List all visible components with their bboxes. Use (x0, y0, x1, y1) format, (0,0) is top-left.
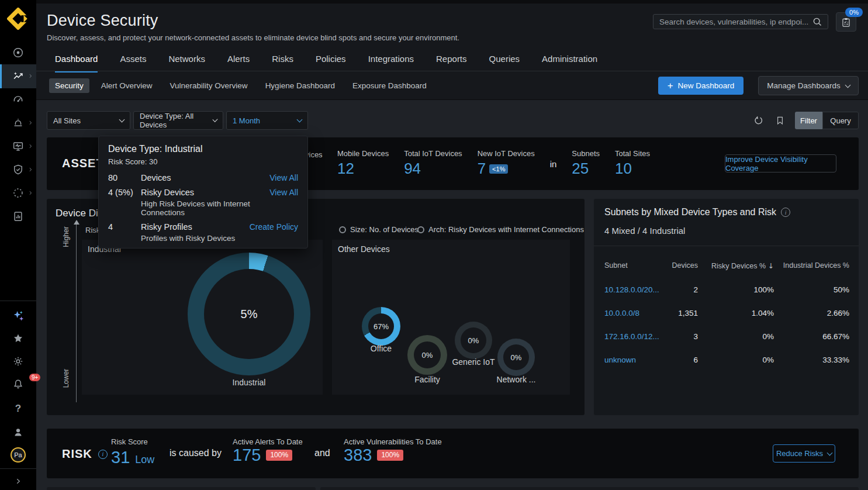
tab-policies[interactable]: Policies (316, 54, 346, 73)
improve-visibility-button[interactable]: Improve Device Visibility Coverage (725, 154, 836, 172)
sidebar-item-user[interactable] (0, 422, 36, 442)
filter-toggle-button[interactable]: Filter (795, 112, 822, 129)
col-subnet: Subnet (604, 261, 663, 270)
sidebar-item-report[interactable] (0, 206, 36, 226)
sidebar-item-gear[interactable] (0, 351, 36, 371)
chevron-down-icon (297, 117, 303, 123)
popup-row-value: 4 (108, 222, 141, 232)
device-distribution-title: Device Di (56, 208, 98, 219)
refresh-button[interactable] (753, 115, 764, 126)
sidebar-item-star[interactable] (0, 329, 36, 348)
notification-badge: 9+ (29, 374, 40, 381)
tab-dashboard[interactable]: Dashboard (55, 54, 98, 73)
sidebar-item-alarm[interactable] (0, 113, 36, 133)
col-risky-sort[interactable]: Risky Devices % ↓ (698, 261, 774, 270)
tab-integrations[interactable]: Integrations (368, 54, 414, 73)
col-devices: Devices (663, 261, 698, 270)
chevron-right-icon (14, 477, 22, 485)
sidebar-item-insights[interactable] (0, 66, 36, 86)
sidebar-item-device-monitor[interactable] (0, 136, 36, 156)
sidebar-collapse-button[interactable] (0, 471, 36, 490)
popup-row-value: 4 (5%) (108, 188, 141, 197)
risk-axis-line (76, 224, 77, 402)
stat-connector: in (550, 149, 557, 169)
search-icon[interactable] (812, 16, 823, 27)
donut-facility[interactable]: 0% (407, 335, 447, 375)
sidebar-item-avatar[interactable]: Pa (0, 445, 36, 465)
subnets-divider (594, 246, 859, 246)
subnet-link[interactable]: 172.16.0.0/12... (604, 332, 663, 341)
donut-network-[interactable]: 0% (497, 339, 535, 376)
coverage-checklist-button[interactable]: 0% (836, 12, 856, 32)
stat-label: Total Sites (615, 149, 650, 158)
manage-dashboards-button[interactable]: Manage Dashboards (758, 76, 859, 95)
and-text: and (314, 448, 330, 458)
stat-total-iot-devices: Total IoT Devices94 (404, 149, 462, 178)
radio-arch-risky[interactable]: Arch: Risky Devices with Internet Connec… (417, 225, 584, 234)
sidebar-item-bell[interactable]: 9+ (0, 374, 36, 394)
subnet-link[interactable]: 10.0.0.0/8 (604, 309, 663, 318)
tab-assets[interactable]: Assets (120, 54, 146, 73)
vulns-value: 383 (344, 446, 372, 465)
donut-value: 0% (468, 336, 479, 345)
risk-info-icon[interactable]: i (98, 450, 108, 459)
search-input[interactable] (658, 17, 812, 27)
tab-risks[interactable]: Risks (272, 54, 293, 73)
tab-reports[interactable]: Reports (436, 54, 467, 73)
subtab-alert-overview[interactable]: Alert Overview (95, 78, 158, 93)
tab-networks[interactable]: Networks (168, 54, 205, 73)
industrial-donut-value: 5% (241, 308, 258, 321)
chevron-right-icon (27, 143, 33, 149)
radio-size-devices[interactable]: Size: No. of Devices (339, 225, 419, 234)
subtab-exposure-dashboard[interactable]: Exposure Dashboard (347, 78, 433, 93)
sidebar-item-gauge[interactable] (0, 89, 36, 109)
reduce-risks-button[interactable]: Reduce Risks (773, 444, 835, 463)
alarm-icon (12, 116, 25, 129)
popup-action-create-policy[interactable]: Create Policy (250, 222, 298, 232)
subtab-security[interactable]: Security (49, 78, 89, 93)
other-devices-panel-label: Other Devices (338, 244, 390, 254)
donut-label: Facility (386, 375, 468, 384)
query-toggle-button[interactable]: Query (822, 112, 859, 129)
stat-value: 25 (572, 160, 600, 178)
industrial-risk-donut[interactable]: 5% (188, 253, 310, 375)
sidebar-divider-bottom (0, 468, 36, 469)
avatar[interactable]: Pa (11, 447, 26, 463)
chevron-down-icon (845, 82, 850, 88)
sidebar-item-help[interactable]: ? (0, 399, 36, 419)
chevron-right-icon (27, 190, 33, 196)
brand-logo[interactable] (0, 7, 36, 30)
filter-dropdown-2[interactable]: Device Type: All Devices (133, 111, 223, 130)
sidebar-item-radar[interactable] (0, 43, 36, 63)
stat-total-sites: Total Sites10 (615, 149, 650, 178)
donut-value: 0% (422, 351, 433, 360)
next-card-edge (320, 487, 859, 490)
tab-alerts[interactable]: Alerts (227, 54, 250, 73)
sidebar-item-sparkles[interactable] (0, 306, 36, 326)
filter-dropdown-3[interactable]: 1 Month (226, 111, 308, 130)
plus-icon: + (668, 81, 673, 90)
subtab-vulnerability-overview[interactable]: Vulnerability Overview (164, 78, 254, 93)
device-monitor-icon (12, 140, 25, 153)
sidebar-item-shield-check[interactable] (0, 160, 36, 180)
query-label: Query (830, 116, 850, 125)
sidebar-item-discovery[interactable] (0, 183, 36, 203)
popup-action-view-all[interactable]: View All (269, 173, 298, 182)
risk-score-value: 31 (111, 448, 130, 467)
donut-office[interactable]: 67% (362, 307, 400, 346)
popup-action-view-all[interactable]: View All (269, 188, 298, 197)
caused-by-text: is caused by (170, 448, 222, 458)
filter-dropdown-1[interactable]: All Sites (47, 111, 130, 130)
tab-administration[interactable]: Administration (542, 54, 597, 73)
info-icon[interactable]: i (781, 208, 790, 217)
popup-row-description: Profiles with Risky Devices (141, 234, 250, 243)
subnet-link[interactable]: unknown (604, 356, 663, 364)
stat-value: 10 (615, 160, 650, 178)
tab-queries[interactable]: Queries (489, 54, 520, 73)
risk-score-label: Risk Score (111, 437, 148, 446)
donut-generic-iot[interactable]: 0% (455, 322, 492, 359)
subtab-hygiene-dashboard[interactable]: Hygiene Dashboard (260, 78, 341, 93)
subnet-link[interactable]: 10.128.0.0/20... (604, 285, 663, 294)
bookmark-button[interactable] (775, 115, 785, 126)
new-dashboard-button[interactable]: + New Dashboard (658, 77, 743, 95)
